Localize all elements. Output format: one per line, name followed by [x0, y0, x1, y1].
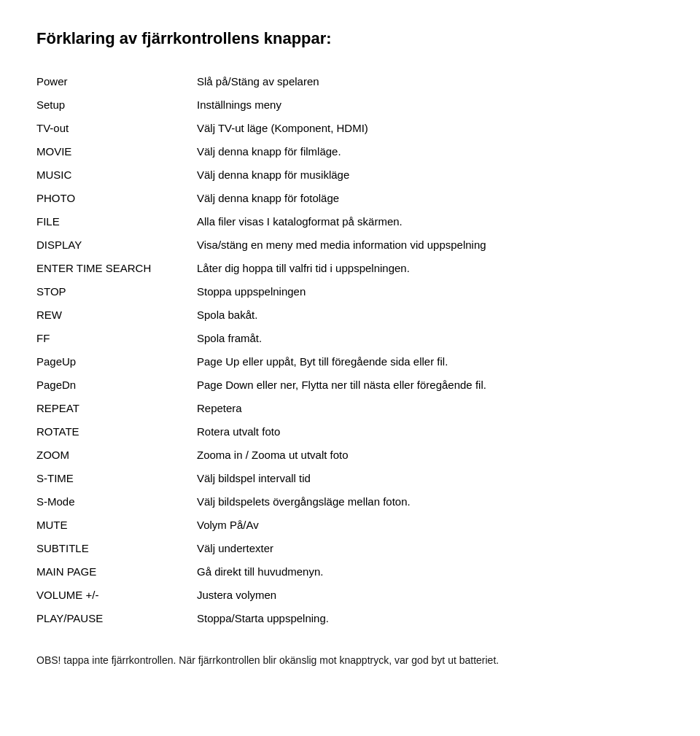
table-row: SetupInställnings meny	[36, 93, 664, 117]
page-title: Förklaring av fjärrkontrollens knappar:	[36, 29, 664, 48]
button-key: VOLUME +/-	[36, 584, 197, 607]
button-key: FILE	[36, 210, 197, 233]
table-row: MUTEVolym På/Av	[36, 514, 664, 537]
button-description: Volym På/Av	[197, 514, 664, 537]
footer-note: OBS! tappa inte fjärrkontrollen. När fjä…	[36, 652, 664, 668]
table-row: PageDnPage Down eller ner, Flytta ner ti…	[36, 373, 664, 397]
button-key: REW	[36, 303, 197, 327]
button-description: Zooma in / Zooma ut utvalt foto	[197, 443, 664, 467]
table-row: VOLUME +/-Justera volymen	[36, 584, 664, 607]
table-row: PLAY/PAUSEStoppa/Starta uppspelning.	[36, 607, 664, 630]
button-key: S-Mode	[36, 490, 197, 514]
table-row: MUSICVälj denna knapp för musikläge	[36, 163, 664, 187]
button-key: PageDn	[36, 373, 197, 397]
table-row: TV-outVälj TV-ut läge (Komponent, HDMI)	[36, 117, 664, 140]
button-description: Page Up eller uppåt, Byt till föregående…	[197, 350, 664, 373]
table-row: REWSpola bakåt.	[36, 303, 664, 327]
button-key: PLAY/PAUSE	[36, 607, 197, 630]
button-description: Slå på/Stäng av spelaren	[197, 70, 664, 93]
table-row: ENTER TIME SEARCHLåter dig hoppa till va…	[36, 257, 664, 280]
table-row: STOPStoppa uppspelningen	[36, 280, 664, 303]
button-key: REPEAT	[36, 397, 197, 420]
button-key: STOP	[36, 280, 197, 303]
table-row: PageUpPage Up eller uppåt, Byt till före…	[36, 350, 664, 373]
button-description: Välj denna knapp för filmläge.	[197, 140, 664, 163]
button-key: SUBTITLE	[36, 537, 197, 560]
button-description: Stoppa/Starta uppspelning.	[197, 607, 664, 630]
table-row: MAIN PAGEGå direkt till huvudmenyn.	[36, 560, 664, 584]
button-key: ROTATE	[36, 420, 197, 443]
table-row: FFSpola framåt.	[36, 327, 664, 350]
button-key: ENTER TIME SEARCH	[36, 257, 197, 280]
table-row: SUBTITLEVälj undertexter	[36, 537, 664, 560]
table-row: PowerSlå på/Stäng av spelaren	[36, 70, 664, 93]
button-key: Setup	[36, 93, 197, 117]
table-row: ZOOMZooma in / Zooma ut utvalt foto	[36, 443, 664, 467]
table-row: MOVIEVälj denna knapp för filmläge.	[36, 140, 664, 163]
button-description: Välj undertexter	[197, 537, 664, 560]
button-description: Gå direkt till huvudmenyn.	[197, 560, 664, 584]
button-key: Power	[36, 70, 197, 93]
table-row: DISPLAYVisa/stäng en meny med media info…	[36, 233, 664, 257]
button-key: S-TIME	[36, 467, 197, 490]
button-description: Spola framåt.	[197, 327, 664, 350]
button-key: TV-out	[36, 117, 197, 140]
button-key: PHOTO	[36, 187, 197, 210]
button-key: ZOOM	[36, 443, 197, 467]
table-row: PHOTOVälj denna knapp för fotoläge	[36, 187, 664, 210]
button-table: PowerSlå på/Stäng av spelarenSetupInstäl…	[36, 70, 664, 630]
button-key: MAIN PAGE	[36, 560, 197, 584]
button-key: PageUp	[36, 350, 197, 373]
button-description: Välj denna knapp för musikläge	[197, 163, 664, 187]
table-row: FILEAlla filer visas I katalogformat på …	[36, 210, 664, 233]
button-description: Alla filer visas I katalogformat på skär…	[197, 210, 664, 233]
table-row: S-ModeVälj bildspelets övergångsläge mel…	[36, 490, 664, 514]
button-description: Justera volymen	[197, 584, 664, 607]
button-key: MUSIC	[36, 163, 197, 187]
button-description: Välj TV-ut läge (Komponent, HDMI)	[197, 117, 664, 140]
button-key: MOVIE	[36, 140, 197, 163]
button-description: Visa/stäng en meny med media information…	[197, 233, 664, 257]
table-row: ROTATERotera utvalt foto	[36, 420, 664, 443]
button-description: Låter dig hoppa till valfri tid i uppspe…	[197, 257, 664, 280]
table-row: REPEATRepetera	[36, 397, 664, 420]
button-key: DISPLAY	[36, 233, 197, 257]
button-description: Inställnings meny	[197, 93, 664, 117]
button-description: Välj bildspel intervall tid	[197, 467, 664, 490]
button-description: Välj denna knapp för fotoläge	[197, 187, 664, 210]
button-description: Repetera	[197, 397, 664, 420]
button-description: Stoppa uppspelningen	[197, 280, 664, 303]
button-description: Välj bildspelets övergångsläge mellan fo…	[197, 490, 664, 514]
table-row: S-TIMEVälj bildspel intervall tid	[36, 467, 664, 490]
button-key: MUTE	[36, 514, 197, 537]
button-description: Page Down eller ner, Flytta ner till näs…	[197, 373, 664, 397]
button-description: Rotera utvalt foto	[197, 420, 664, 443]
button-description: Spola bakåt.	[197, 303, 664, 327]
button-key: FF	[36, 327, 197, 350]
